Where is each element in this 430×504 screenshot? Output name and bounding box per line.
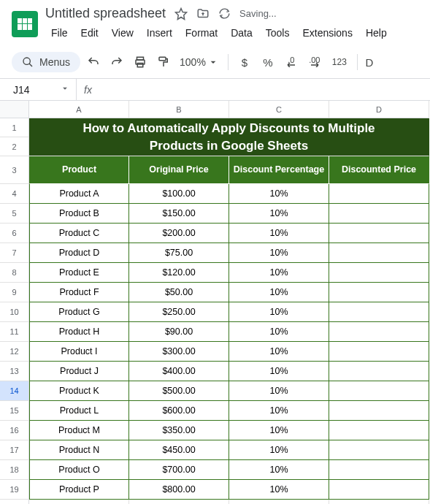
row-header[interactable]: 12 <box>0 342 29 362</box>
increase-decimal-button[interactable]: .00 <box>304 52 325 72</box>
star-icon[interactable] <box>174 7 188 20</box>
menus-search[interactable]: Menus <box>12 52 80 72</box>
cell[interactable] <box>329 421 429 440</box>
row-header[interactable]: 19 <box>0 480 29 500</box>
zoom-dropdown[interactable]: 100% <box>177 56 222 68</box>
menu-view[interactable]: View <box>106 24 139 42</box>
table-header[interactable]: Product <box>29 156 129 184</box>
table-header[interactable]: Discounted Price <box>329 156 429 184</box>
cell[interactable]: 10% <box>229 480 329 500</box>
row-header[interactable]: 5 <box>0 204 29 224</box>
cell[interactable]: $75.00 <box>129 243 229 263</box>
paint-format-button[interactable] <box>153 52 174 72</box>
cell[interactable]: $800.00 <box>129 480 229 500</box>
cell[interactable]: $400.00 <box>129 362 229 381</box>
cell[interactable]: 10% <box>229 204 329 224</box>
cell[interactable] <box>229 500 329 504</box>
cell[interactable]: 10% <box>229 421 329 440</box>
cell[interactable]: Product M <box>29 421 129 440</box>
cell[interactable] <box>329 362 429 381</box>
cell[interactable]: $120.00 <box>129 263 229 283</box>
menu-help[interactable]: Help <box>360 24 393 42</box>
cell[interactable]: Product D <box>29 243 129 263</box>
cell[interactable] <box>329 440 429 460</box>
menu-data[interactable]: Data <box>225 24 258 42</box>
cell[interactable]: Product C <box>29 224 129 243</box>
cell[interactable]: Product O <box>29 460 129 480</box>
row-header[interactable]: 8 <box>0 263 29 283</box>
cell[interactable] <box>329 302 429 322</box>
table-header[interactable]: Discount Percentage <box>229 156 329 184</box>
row-header[interactable]: 4 <box>0 184 29 204</box>
table-header[interactable]: Original Price <box>129 156 229 184</box>
cell[interactable]: Product G <box>29 302 129 322</box>
cell[interactable] <box>329 480 429 500</box>
cell[interactable] <box>329 381 429 401</box>
cell[interactable]: 10% <box>229 401 329 421</box>
cell[interactable]: 10% <box>229 460 329 480</box>
cell[interactable]: 10% <box>229 283 329 302</box>
cell[interactable]: 10% <box>229 342 329 362</box>
row-header[interactable]: 1 <box>0 118 29 137</box>
row-header[interactable]: 20 <box>0 500 29 504</box>
cell[interactable]: $50.00 <box>129 283 229 302</box>
cell[interactable] <box>329 204 429 224</box>
cell[interactable]: Product F <box>29 283 129 302</box>
cell[interactable]: Product P <box>29 480 129 500</box>
menu-insert[interactable]: Insert <box>141 24 178 42</box>
cell[interactable]: 10% <box>229 440 329 460</box>
cell[interactable]: Product B <box>29 204 129 224</box>
cell[interactable] <box>329 401 429 421</box>
row-header[interactable]: 7 <box>0 243 29 263</box>
cell[interactable]: $500.00 <box>129 381 229 401</box>
menu-tools[interactable]: Tools <box>260 24 296 42</box>
cell[interactable]: 10% <box>229 362 329 381</box>
col-header-A[interactable]: A <box>29 101 129 118</box>
col-header-C[interactable]: C <box>229 101 329 118</box>
cell[interactable]: $600.00 <box>129 401 229 421</box>
cell[interactable]: $250.00 <box>129 302 229 322</box>
row-header[interactable]: 15 <box>0 401 29 421</box>
cell[interactable]: 10% <box>229 263 329 283</box>
cell[interactable] <box>329 243 429 263</box>
cell[interactable]: 10% <box>229 322 329 342</box>
currency-button[interactable]: $ <box>234 52 255 72</box>
row-header[interactable]: 10 <box>0 302 29 322</box>
row-header[interactable]: 2 <box>0 137 29 156</box>
redo-button[interactable] <box>107 52 127 72</box>
formula-bar[interactable] <box>99 79 430 100</box>
cell[interactable]: $450.00 <box>129 440 229 460</box>
sheets-logo[interactable] <box>12 11 38 37</box>
cell[interactable]: $90.00 <box>129 322 229 342</box>
cell[interactable]: Product I <box>29 342 129 362</box>
font-dropdown[interactable]: D <box>364 52 375 72</box>
row-header[interactable]: 3 <box>0 156 29 184</box>
cell[interactable] <box>329 184 429 204</box>
row-header[interactable]: 16 <box>0 421 29 440</box>
cell[interactable]: 10% <box>229 243 329 263</box>
banner-title[interactable]: How to Automatically Apply Discounts to … <box>29 118 429 156</box>
col-header-B[interactable]: B <box>129 101 229 118</box>
menu-file[interactable]: File <box>45 24 74 42</box>
row-header[interactable]: 17 <box>0 440 29 460</box>
cell[interactable] <box>329 283 429 302</box>
cell[interactable]: Product J <box>29 362 129 381</box>
cell[interactable] <box>329 500 429 504</box>
select-all-corner[interactable] <box>0 101 29 118</box>
cell[interactable]: 10% <box>229 224 329 243</box>
cell[interactable] <box>329 322 429 342</box>
cell[interactable]: Product E <box>29 263 129 283</box>
menu-format[interactable]: Format <box>180 24 223 42</box>
menu-extensions[interactable]: Extensions <box>296 24 358 42</box>
doc-title[interactable]: Untitled spreadsheet <box>45 6 166 21</box>
move-to-folder-icon[interactable] <box>196 7 210 20</box>
col-header-D[interactable]: D <box>329 101 429 118</box>
more-formats-button[interactable]: 123 <box>328 52 351 72</box>
menu-edit[interactable]: Edit <box>75 24 104 42</box>
cloud-status-icon[interactable] <box>218 7 231 20</box>
cell[interactable] <box>329 342 429 362</box>
cell[interactable]: Product K <box>29 381 129 401</box>
cell[interactable]: $700.00 <box>129 460 229 480</box>
row-header[interactable]: 11 <box>0 322 29 342</box>
undo-button[interactable] <box>83 52 104 72</box>
